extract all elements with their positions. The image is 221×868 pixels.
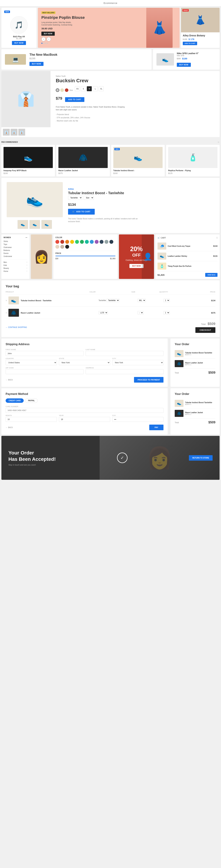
shoe-thumb-1[interactable]: 👟 <box>17 220 28 229</box>
payment-order-item-1: 👟 Tubular Instinct Boost Tan/white $134 … <box>175 398 215 408</box>
size-select[interactable]: Size <box>84 196 94 200</box>
credit-card-tab[interactable]: CREDIT CARD <box>6 398 24 403</box>
hero-center-buy-button[interactable]: BUY NOW <box>41 32 55 36</box>
qty-select-1[interactable]: 1 <box>163 299 170 302</box>
nike-buy-button[interactable]: BUY NOW <box>177 63 191 67</box>
price-old: $ 205 <box>183 38 187 40</box>
promo-model-image: 👤 <box>142 235 154 279</box>
dot-3[interactable] <box>45 43 46 44</box>
filter-men[interactable]: Men + <box>3 261 27 264</box>
address-input[interactable] <box>85 369 163 374</box>
filter-kids[interactable]: Kids + <box>3 264 27 267</box>
color-purple[interactable] <box>95 240 99 244</box>
card-number-input[interactable] <box>6 408 163 413</box>
color-swatch-red[interactable] <box>65 88 68 92</box>
shoe-thumb-2[interactable]: 👟 <box>30 220 40 229</box>
state-select[interactable]: New York <box>59 360 110 365</box>
dot-4[interactable] <box>47 43 48 44</box>
first-name-group: First Name <box>6 349 83 356</box>
mini-cart-details-3: Ylang Purple Eau De Parfum <box>168 265 218 267</box>
size-m[interactable]: M <box>87 86 92 91</box>
color-green[interactable] <box>75 240 79 244</box>
payment-order-total: Total $509 <box>175 421 215 424</box>
color-select-2[interactable]: L170 <box>99 311 108 314</box>
promo-buy-button[interactable]: BUY NOW <box>130 264 144 268</box>
bag-header-qty: Quantity <box>159 291 187 293</box>
size-s[interactable]: S <box>81 86 86 91</box>
filter-shirts[interactable]: Shirts <box>3 240 27 243</box>
order-item-name-1: Tubular Instinct Boost Tan/white <box>185 352 215 354</box>
dot-1[interactable] <box>41 43 42 44</box>
filter-underwear[interactable]: Underwear <box>3 255 27 258</box>
macbook-buy-button[interactable]: BUY NOW <box>30 62 43 66</box>
promo-panel: 👤 20% OFF Clothing, shoes and bags BUY N… <box>119 235 154 279</box>
city-select[interactable]: New York <box>112 360 163 365</box>
color-blue[interactable] <box>90 240 94 244</box>
filter-outerwear[interactable]: Outerwear <box>3 246 27 249</box>
country-select[interactable]: United States <box>6 360 57 365</box>
color-dark-navy[interactable] <box>109 240 113 244</box>
add-to-cart-button[interactable]: ADD TO CART <box>65 97 84 102</box>
filter-bottoms[interactable]: Bottoms <box>3 249 27 252</box>
product-thumb-1[interactable]: 👔 <box>3 129 10 136</box>
color-dark-red[interactable] <box>60 240 64 244</box>
bag-header-color: Color <box>89 291 132 293</box>
pay-button[interactable]: PAY <box>149 425 163 430</box>
color-tan[interactable] <box>60 245 64 249</box>
dot-2[interactable] <box>43 43 44 44</box>
size-select-1[interactable]: M/L <box>138 299 146 302</box>
cvv-input[interactable] <box>112 417 163 422</box>
payment-back-button[interactable]: ← BACK <box>6 427 13 429</box>
product-thumb-2[interactable]: 👔 <box>10 129 17 136</box>
rec-card-3: NEW 👟 Tubular Instinct Boost - $160 <box>111 145 165 177</box>
year-input[interactable] <box>59 417 110 422</box>
return-to-store-button[interactable]: RETURN TO STORE <box>189 455 213 461</box>
hero-right-add-cart-button[interactable]: ADD TO CART <box>183 42 197 45</box>
remove-item-2[interactable]: × <box>6 311 7 314</box>
color-select-1[interactable]: Tan/white <box>107 299 119 302</box>
color-swatch-gray[interactable] <box>56 88 59 92</box>
last-name-input[interactable] <box>85 351 163 356</box>
filter-tops[interactable]: Tops <box>3 243 27 246</box>
next-arrow[interactable]: › <box>47 37 51 41</box>
month-input[interactable] <box>6 417 57 422</box>
prev-arrow[interactable]: ‹ <box>41 37 46 41</box>
color-red[interactable] <box>56 240 59 244</box>
color-swatch-beige[interactable] <box>60 88 64 92</box>
color-black[interactable] <box>65 245 69 249</box>
shipping-back-button[interactable]: ← BACK <box>6 379 13 381</box>
range-slider[interactable] <box>56 256 115 256</box>
hero-left-buy-button[interactable]: BUY NOW <box>12 41 26 45</box>
filter-denim[interactable]: Denim <box>3 252 27 255</box>
color-select[interactable]: Tan/white <box>68 196 82 200</box>
remove-item-1[interactable]: × <box>6 299 7 302</box>
qty-select-2[interactable]: 1 <box>163 311 170 314</box>
proceed-to-payment-button[interactable]: PROCEED TO PAYMENT <box>134 377 163 382</box>
product-thumb-3[interactable]: 👔 <box>18 129 25 136</box>
color-navy[interactable] <box>100 240 104 244</box>
continue-shopping-link[interactable]: ← CONTINUE SHOPPING <box>6 327 27 328</box>
color-orange[interactable] <box>65 240 69 244</box>
color-beige[interactable] <box>56 245 59 249</box>
filter-beauty[interactable]: Beauty + <box>3 267 27 270</box>
size-xl[interactable]: XL <box>99 86 104 91</box>
view-bag-button[interactable]: VIEW BAG <box>205 273 218 277</box>
first-name-input[interactable] <box>6 351 83 356</box>
color-yellow[interactable] <box>70 240 74 244</box>
filter-home[interactable]: Home + <box>3 270 27 273</box>
size-select-2[interactable]: - <box>138 311 144 314</box>
featured-add-to-cart-button[interactable]: 🛒 ADD TO CART <box>68 209 95 215</box>
recommended-next-arrow[interactable]: → <box>217 141 220 144</box>
shoe-thumb-3[interactable]: 👟 <box>41 220 52 229</box>
bag-row-2: × 🧥 Racer Leather Jacket L170 - 1 $375 <box>6 307 215 319</box>
size-xs[interactable]: XS <box>75 86 80 91</box>
paypal-tab[interactable]: PAYPAL <box>25 398 38 403</box>
checkout-button[interactable]: CHECKOUT <box>195 327 215 333</box>
color-dark-green[interactable] <box>80 240 84 244</box>
mini-cart-name-3: Ylang Purple Eau De Parfum <box>168 265 218 267</box>
color-silver[interactable] <box>105 240 108 244</box>
zip-input[interactable] <box>6 369 83 374</box>
color-teal[interactable] <box>85 240 89 244</box>
rec-name-4: Replica Perfume - Flying <box>168 169 218 172</box>
size-l[interactable]: L <box>93 86 98 91</box>
